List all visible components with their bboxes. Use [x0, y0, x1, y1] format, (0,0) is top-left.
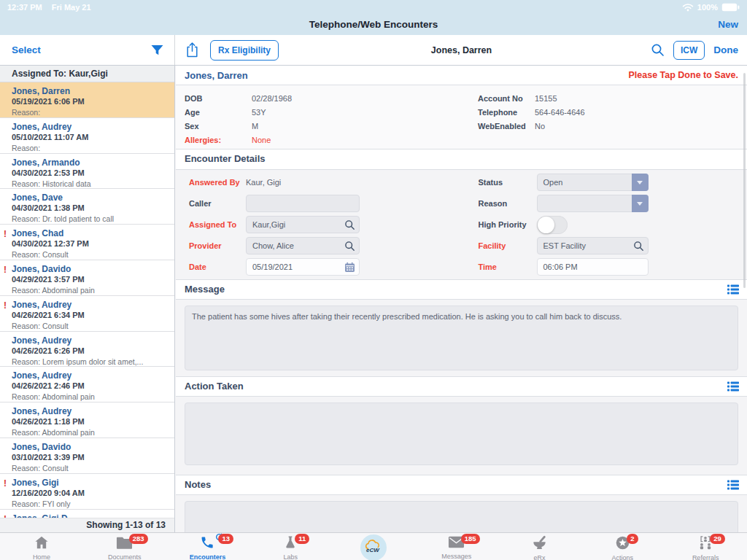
list-item[interactable]: Jones, Darren 05/19/2021 6:06 PM Reason: [0, 82, 174, 118]
tab-labs[interactable]: 11 Labs [249, 533, 332, 560]
encounter-reason: Reason: Abdominal pain [12, 285, 169, 295]
nav-bar: Telephone/Web Encounters New [0, 15, 747, 35]
demo-value: 15155 [535, 94, 585, 103]
patient-name: Jones, Armando [12, 158, 169, 168]
caller-input[interactable] [246, 195, 360, 212]
provider-input[interactable]: Chow, Alice [246, 237, 360, 254]
toolbar: Select Rx Eligibility Jones, Darren ICW … [0, 35, 747, 66]
assigned-to-input[interactable]: Kaur,Gigi [246, 216, 360, 233]
list-item[interactable]: Jones, Audrey 04/26/2021 1:18 PM Reason:… [0, 402, 174, 438]
provider-label: Provider [189, 237, 246, 258]
icw-button[interactable]: ICW [673, 41, 705, 60]
encounter-datetime: 05/19/2021 6:06 PM [12, 96, 169, 107]
notes-heading: Notes [176, 475, 747, 495]
ecw-logo: eCW [360, 534, 387, 560]
tab-actions[interactable]: 2 Actions [581, 533, 664, 560]
list-item[interactable]: ! Jones, Gigi 12/16/2020 9:04 AM Reason:… [0, 474, 174, 510]
message-heading-label: Message [185, 284, 225, 295]
time-value: 06:06 PM [543, 262, 578, 271]
list-item[interactable]: ! Jones, Davido 04/29/2021 3:57 PM Reaso… [0, 260, 174, 296]
status-dropdown[interactable]: Open [537, 174, 649, 191]
list-item[interactable]: ! Jones, Audrey 04/26/2021 6:34 PM Reaso… [0, 296, 174, 332]
date-input[interactable]: 05/19/2021 [246, 258, 360, 276]
list-item[interactable]: ! Jones, Chad 04/30/2021 12:37 PM Reason… [0, 225, 174, 260]
tab-encounters[interactable]: 13 Encounters [166, 533, 249, 560]
calendar-icon[interactable] [344, 262, 355, 273]
encounter-reason: Reason: [12, 143, 169, 153]
status-date: Fri May 21 [52, 3, 91, 12]
patient-name: Jones, Audrey [12, 300, 169, 310]
new-button[interactable]: New [718, 15, 738, 35]
share-icon[interactable] [185, 42, 200, 58]
encounter-datetime: 04/26/2021 1:18 PM [12, 416, 169, 427]
list-icon[interactable] [727, 381, 739, 392]
list-item[interactable]: Jones, Dave 04/30/2021 1:38 PM Reason: D… [0, 189, 174, 225]
filter-icon[interactable] [150, 44, 164, 55]
search-icon[interactable] [651, 43, 665, 57]
tab-messages[interactable]: 185 Messages [415, 533, 498, 560]
select-button[interactable]: Select [12, 44, 41, 55]
list-item[interactable]: Jones, Audrey 05/10/2021 11:07 AM Reason… [0, 118, 174, 154]
encounter-reason: Reason: Historical data [12, 179, 169, 189]
list-icon[interactable] [727, 284, 739, 295]
mortar-pestle-icon [532, 535, 547, 551]
chevron-down-icon[interactable] [632, 174, 649, 191]
encounter-datetime: 04/30/2021 12:37 PM [12, 238, 169, 249]
date-value: 05/19/2021 [252, 262, 293, 271]
search-icon[interactable] [344, 241, 355, 252]
encounter-detail-panel: Jones, Darren Please Tap Done to Save. D… [176, 66, 747, 532]
demo-value: 53Y [252, 108, 478, 117]
high-priority-toggle[interactable] [537, 216, 568, 234]
message-textarea[interactable]: The patient has some hives after taking … [185, 306, 738, 370]
encounter-datetime: 04/30/2021 2:53 PM [12, 168, 169, 179]
encounter-datetime: 04/26/2021 2:46 PM [12, 381, 169, 392]
tab-documents[interactable]: 283 Documents [83, 533, 166, 560]
facility-input[interactable]: EST Facility [537, 237, 649, 254]
reason-dropdown[interactable] [537, 195, 649, 212]
encounter-list-sidebar: Assigned To: Kaur,Gigi Jones, Darren 05/… [0, 66, 175, 532]
facility-label: Facility [479, 237, 537, 258]
search-icon[interactable] [633, 241, 644, 252]
encounter-reason: Reason: Abdominal pain [12, 392, 169, 402]
patient-name: Jones, Audrey [12, 406, 169, 416]
patient-name: Jones, Dave [12, 192, 169, 203]
action-taken-heading-label: Action Taken [185, 381, 244, 392]
patient-name: Jones, Audrey [12, 335, 169, 346]
allergies-label: Allergies: [185, 136, 252, 144]
list-item[interactable]: Jones, Audrey 04/26/2021 6:26 PM Reason:… [0, 332, 174, 368]
encounter-reason: Reason: Lorem ipsum dolor sit amet,... [12, 357, 169, 367]
done-button[interactable]: Done [713, 44, 738, 55]
list-icon[interactable] [727, 480, 739, 490]
urgent-icon: ! [4, 265, 7, 275]
demo-label: DOB [185, 94, 252, 103]
rx-eligibility-button[interactable]: Rx Eligibility [210, 40, 279, 61]
list-item[interactable]: Jones, Armando 04/30/2021 2:53 PM Reason… [0, 154, 174, 190]
action-taken-textarea[interactable] [185, 402, 738, 465]
demo-value: 02/28/1968 [252, 94, 478, 103]
time-input[interactable]: 06:06 PM [537, 258, 649, 276]
encounter-datetime: 03/10/2021 3:39 PM [12, 452, 169, 463]
encounter-details-heading: Encounter Details [176, 149, 747, 170]
tab-erx[interactable]: eRx [498, 533, 581, 560]
status-label: Status [479, 174, 537, 195]
home-icon [34, 535, 50, 550]
list-item[interactable]: ! Jones, Gigi D [0, 510, 174, 518]
tab-home[interactable]: Home [0, 533, 83, 560]
urgent-icon: ! [4, 229, 7, 239]
encounter-datetime: 04/30/2021 1:38 PM [12, 203, 169, 214]
patient-name: Jones, Audrey [12, 122, 169, 132]
tab-ecw[interactable]: eCW [332, 533, 415, 560]
encounter-reason: Reason: Abdominal pain [12, 427, 169, 438]
chevron-down-icon[interactable] [632, 195, 649, 212]
tab-referrals[interactable]: 29 Referrals [664, 533, 747, 560]
urgent-icon: ! [4, 300, 7, 311]
demo-label: Age [185, 108, 252, 117]
list-item[interactable]: Jones, Davido 03/10/2021 3:39 PM Reason:… [0, 438, 174, 474]
status-value: Open [543, 178, 563, 187]
notes-textarea[interactable] [185, 501, 738, 532]
scrollbar[interactable] [743, 73, 746, 288]
message-text: The patient has some hives after taking … [192, 312, 622, 321]
demo-label: WebEnabled [478, 122, 535, 131]
list-item[interactable]: Jones, Audrey 04/26/2021 2:46 PM Reason:… [0, 367, 174, 402]
search-icon[interactable] [344, 219, 355, 230]
